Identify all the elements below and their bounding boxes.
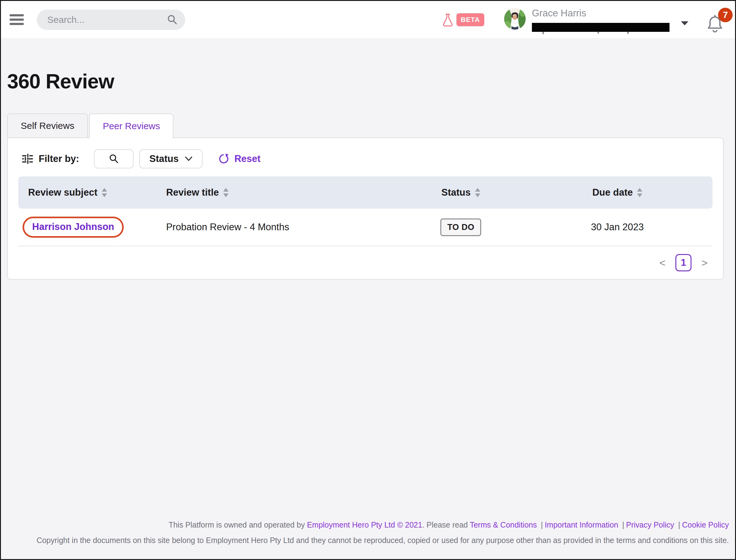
tab-self-reviews[interactable]: Self Reviews [7,113,88,138]
filter-search-button[interactable] [94,149,134,168]
user-menu[interactable]: Grace Harris [504,7,689,32]
search-icon[interactable] [167,14,178,25]
redacted-email [532,23,670,32]
beta-badge: BETA [457,13,484,26]
notifications-button[interactable]: 7 [706,15,724,34]
global-search[interactable] [37,10,185,30]
tab-peer-reviews[interactable]: Peer Reviews [89,113,173,138]
column-header-review-title[interactable]: Review title [166,187,399,198]
table-header-row: Review subject Review title Status Due d… [18,176,713,209]
review-title-cell: Probation Review - 4 Months [166,222,399,233]
search-icon [108,154,119,164]
flask-icon [442,13,454,27]
footer-link-important-information[interactable]: Important Information [545,520,618,529]
footer-link-terms[interactable]: Terms & Conditions [470,520,537,529]
footer-line-2: Copyright in the documents on this site … [1,532,729,548]
peer-reviews-panel: Filter by: Status Reset [7,138,724,280]
sort-icon [475,188,480,197]
status-cell: TO DO [399,218,522,236]
footer: This Platform is owned and operated by E… [1,517,735,559]
tab-bar: Self Reviews Peer Reviews [7,113,724,138]
pagination: < 1 > [18,246,713,279]
search-input[interactable] [47,15,167,25]
next-page-button[interactable]: > [701,257,708,268]
footer-line-1: This Platform is owned and operated by E… [1,517,729,532]
filter-bar: Filter by: Status Reset [18,138,713,176]
current-page-button[interactable]: 1 [675,254,691,271]
status-filter-dropdown[interactable]: Status [139,149,202,168]
red-circle-annotation: Harrison Johnson [23,217,124,238]
column-header-review-subject[interactable]: Review subject [18,187,166,198]
main-content: 360 Review Self Reviews Peer Reviews [1,39,735,517]
column-header-due-date[interactable]: Due date [522,187,713,198]
user-name: Grace Harris [532,8,670,19]
page-title: 360 Review [7,70,724,93]
status-badge: TO DO [440,218,481,236]
beta-feature-toggle[interactable]: BETA [442,13,484,27]
filter-sliders-icon [22,154,33,164]
avatar[interactable] [504,8,526,30]
column-header-status[interactable]: Status [399,187,522,198]
user-identity: Grace Harris [532,7,670,32]
sort-icon [637,188,642,197]
reset-label: Reset [234,153,260,164]
footer-link-privacy-policy[interactable]: Privacy Policy [626,520,674,529]
footer-link-company[interactable]: Employment Hero Pty Ltd © 2021 [307,520,423,529]
previous-page-button[interactable]: < [659,257,666,268]
notification-count-badge: 7 [718,8,733,22]
filter-by-label: Filter by: [39,153,79,164]
review-subject-cell: Harrison Johnson [18,217,166,238]
hamburger-menu-icon[interactable] [10,12,24,27]
review-subject-link[interactable]: Harrison Johnson [32,221,114,232]
chevron-down-icon [185,156,192,161]
footer-link-cookie-policy[interactable]: Cookie Policy [682,520,729,529]
top-bar: BETA [1,1,735,39]
table-row[interactable]: Harrison Johnson Probation Review - 4 Mo… [18,209,713,246]
status-filter-label: Status [149,153,179,164]
sort-icon [102,188,107,197]
reset-icon [219,153,230,164]
sort-icon [223,188,228,197]
chevron-down-icon[interactable] [681,20,689,26]
reset-filters-button[interactable]: Reset [219,153,260,164]
due-date-cell: 30 Jan 2023 [522,222,713,233]
